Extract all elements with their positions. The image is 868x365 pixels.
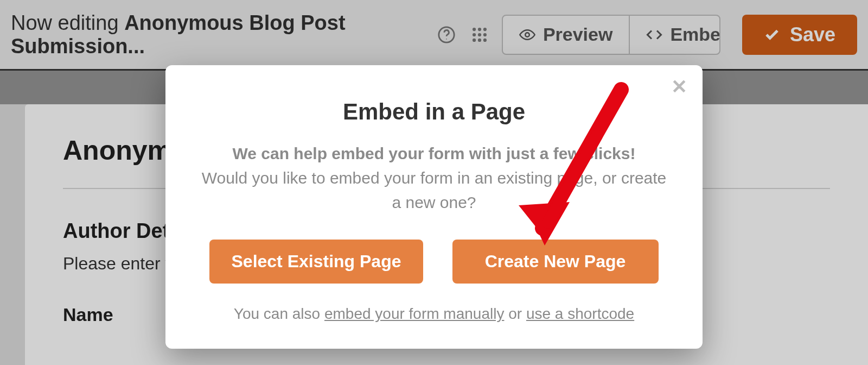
- embed-modal: ✕ Embed in a Page We can help embed your…: [165, 65, 703, 349]
- modal-foot-prefix: You can also: [234, 305, 324, 322]
- modal-lead: We can help embed your form with just a …: [198, 141, 670, 166]
- modal-question: Would you like to embed your form in an …: [202, 169, 667, 211]
- modal-body: We can help embed your form with just a …: [198, 141, 670, 215]
- modal-title: Embed in a Page: [198, 99, 670, 125]
- close-icon[interactable]: ✕: [671, 77, 687, 97]
- create-new-page-button[interactable]: Create New Page: [452, 240, 659, 284]
- modal-actions: Select Existing Page Create New Page: [198, 240, 670, 284]
- modal-footer: You can also embed your form manually or…: [198, 305, 670, 323]
- embed-manually-link[interactable]: embed your form manually: [324, 305, 504, 322]
- use-shortcode-link[interactable]: use a shortcode: [526, 305, 634, 322]
- select-existing-page-button[interactable]: Select Existing Page: [209, 240, 423, 284]
- modal-foot-mid: or: [504, 305, 526, 322]
